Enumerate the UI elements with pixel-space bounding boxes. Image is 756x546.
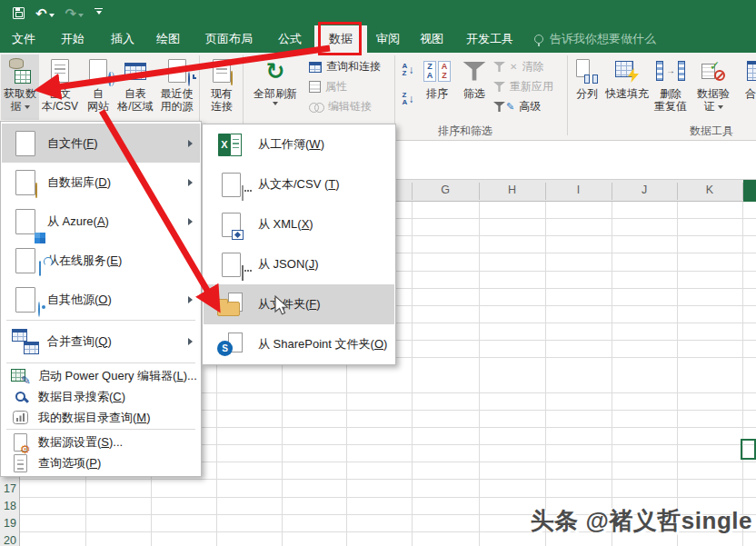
menu-item-from-azure[interactable]: 从 Azure(A) bbox=[2, 202, 200, 241]
submenu-item-from-workbook[interactable]: X 从工作簿(W) bbox=[204, 124, 394, 164]
submenu-item-from-xml[interactable]: 从 XML(X) bbox=[204, 204, 394, 244]
column-header-k[interactable]: K bbox=[677, 180, 742, 201]
flash-fill-button[interactable]: 快速填充 bbox=[605, 55, 649, 120]
text-csv-icon bbox=[214, 169, 247, 200]
existing-connections-button[interactable]: 现有 连接 bbox=[203, 55, 241, 120]
from-text-csv-button[interactable]: 自文 本/CSV bbox=[41, 55, 79, 120]
my-catalog-queries-icon bbox=[11, 410, 29, 426]
menu-item-label: 从在线服务(E) bbox=[47, 253, 200, 269]
submenu-item-label: 从 XML(X) bbox=[258, 216, 394, 233]
sort-az-icon: AZ bbox=[403, 63, 408, 77]
from-text-csv-label: 自文 bbox=[49, 87, 71, 100]
customize-caret-icon bbox=[96, 11, 102, 15]
refresh-all-label: 全部刷新 bbox=[254, 87, 297, 100]
tab-formulas[interactable]: 公式 bbox=[271, 25, 309, 53]
queries-connections-button[interactable]: 查询和连接 bbox=[309, 57, 394, 76]
tab-review[interactable]: 审阅 bbox=[369, 25, 407, 53]
row-header-20[interactable]: 20 bbox=[0, 532, 16, 546]
customize-bar-icon bbox=[94, 8, 103, 10]
tab-draw[interactable]: 绘图 bbox=[149, 25, 187, 53]
column-header-i[interactable]: I bbox=[545, 180, 612, 201]
selected-column-header[interactable] bbox=[743, 180, 756, 202]
customize-quick-access-button[interactable] bbox=[94, 8, 103, 18]
consolidate-button[interactable]: 合并 bbox=[738, 55, 756, 120]
advanced-filter-button[interactable]: ✎ 高级 bbox=[493, 97, 564, 116]
column-header-j[interactable]: J bbox=[612, 180, 677, 201]
title-bar: ↶ ↷ bbox=[0, 0, 756, 25]
remove-duplicates-icon: → bbox=[656, 55, 685, 87]
consolidate-label: 合并 bbox=[745, 87, 756, 100]
remove-duplicates-button[interactable]: → 删除 重复值 bbox=[651, 55, 691, 120]
filter-button[interactable]: 筛选 bbox=[457, 55, 492, 120]
text-file-icon bbox=[51, 59, 69, 83]
combine-queries-icon bbox=[9, 326, 42, 357]
tab-insert[interactable]: 插入 bbox=[104, 25, 142, 53]
properties-icon bbox=[309, 81, 321, 93]
menu-item-from-other-sources[interactable]: 自其他源(O) bbox=[2, 280, 200, 319]
tab-view[interactable]: 视图 bbox=[413, 25, 451, 53]
file-icon bbox=[9, 128, 42, 159]
table-icon bbox=[124, 63, 146, 80]
sort-button[interactable]: ZA AZ 排序 bbox=[420, 55, 454, 120]
refresh-all-button[interactable]: ↻ 全部刷新 bbox=[246, 55, 304, 120]
sort-ascending-button[interactable]: AZ ↓ bbox=[397, 57, 419, 82]
quick-access-toolbar: ↶ ↷ bbox=[13, 3, 103, 23]
power-query-editor-icon: ✎ bbox=[11, 368, 29, 384]
submenu-arrow-icon bbox=[188, 140, 193, 147]
submenu-item-from-json[interactable]: 从 JSON(J) bbox=[204, 244, 394, 284]
row-header-17[interactable]: 17 bbox=[0, 481, 16, 498]
submenu-arrow-icon bbox=[188, 179, 193, 186]
flash-fill-label: 快速填充 bbox=[605, 87, 649, 100]
from-table-range-button[interactable]: 自表 格/区域 bbox=[116, 55, 154, 120]
submenu-item-label: 从 JSON(J) bbox=[258, 256, 394, 273]
menu-item-from-file[interactable]: 自文件(F) bbox=[2, 124, 200, 163]
redo-button[interactable]: ↷ bbox=[65, 6, 85, 20]
clear-filter-button: ✕ 清除 bbox=[493, 57, 564, 76]
sort-label: 排序 bbox=[426, 87, 448, 100]
menu-item-label: 自其他源(O) bbox=[47, 292, 200, 308]
row-header-18[interactable]: 18 bbox=[0, 498, 16, 515]
tab-developer[interactable]: 开发工具 bbox=[458, 25, 522, 53]
menu-item-data-source-settings[interactable]: ⚙ 数据源设置(S)... bbox=[2, 432, 200, 452]
tab-page-layout[interactable]: 页面布局 bbox=[194, 25, 264, 53]
menu-item-data-catalog-search[interactable]: 数据目录搜索(C) bbox=[2, 386, 200, 407]
clear-filter-icon bbox=[493, 62, 505, 72]
save-icon[interactable] bbox=[13, 7, 25, 19]
menu-item-combine-queries[interactable]: 合并查询(Q) bbox=[2, 322, 200, 361]
undo-icon: ↶ bbox=[35, 6, 47, 20]
column-header-g[interactable]: G bbox=[412, 180, 479, 201]
recent-sources-button[interactable]: 最近使 用的源 bbox=[155, 55, 198, 120]
undo-caret-icon[interactable] bbox=[49, 14, 55, 17]
undo-button[interactable]: ↶ bbox=[35, 6, 55, 20]
get-data-button[interactable]: 获取数 据 bbox=[1, 55, 39, 120]
tab-file[interactable]: 文件 bbox=[5, 25, 42, 53]
menu-item-my-catalog-queries[interactable]: 我的数据目录查询(M) bbox=[2, 407, 200, 428]
menu-item-label: 数据源设置(S)... bbox=[38, 434, 200, 451]
tell-me-box[interactable]: 告诉我你想要做什么 bbox=[534, 25, 656, 53]
tab-home[interactable]: 开始 bbox=[53, 25, 93, 53]
data-validation-label2: 证 bbox=[704, 100, 723, 113]
dropdown-caret-icon bbox=[25, 105, 30, 109]
menu-item-label: 从 Azure(A) bbox=[47, 213, 200, 230]
submenu-item-from-text-csv[interactable]: 从文本/CSV (T) bbox=[204, 164, 394, 204]
submenu-item-from-folder[interactable]: 从文件夹(F) bbox=[204, 284, 394, 324]
menu-item-from-online-services[interactable]: 从在线服务(E) bbox=[2, 241, 200, 280]
clock-icon bbox=[188, 72, 190, 86]
dropdown-caret-icon bbox=[273, 102, 278, 105]
sort-za-icon: ZA bbox=[403, 92, 408, 106]
no-symbol-icon bbox=[714, 70, 725, 81]
from-web-button[interactable]: 自 网站 bbox=[81, 55, 115, 120]
text-to-columns-button[interactable]: 分列 bbox=[572, 55, 602, 120]
row-header-19[interactable]: 19 bbox=[0, 515, 16, 532]
sort-descending-button[interactable]: ZA ↓ bbox=[397, 86, 419, 111]
selected-cell[interactable] bbox=[741, 439, 756, 460]
from-table-label2: 格/区域 bbox=[117, 100, 153, 113]
submenu-item-from-sharepoint-folder[interactable]: S 从 SharePoint 文件夹(O) bbox=[204, 324, 394, 364]
data-validation-button[interactable]: ✓ 数据验 证 bbox=[692, 55, 734, 120]
menu-item-from-database[interactable]: 自数据库(D) bbox=[2, 163, 200, 202]
submenu-item-label: 从工作簿(W) bbox=[258, 136, 394, 153]
menu-item-query-options[interactable]: 查询选项(P) bbox=[2, 452, 200, 473]
menu-item-launch-power-query-editor[interactable]: ✎ 启动 Power Query 编辑器(L)... bbox=[2, 365, 200, 386]
get-data-label2: 据 bbox=[11, 100, 30, 113]
column-header-h[interactable]: H bbox=[479, 180, 545, 201]
